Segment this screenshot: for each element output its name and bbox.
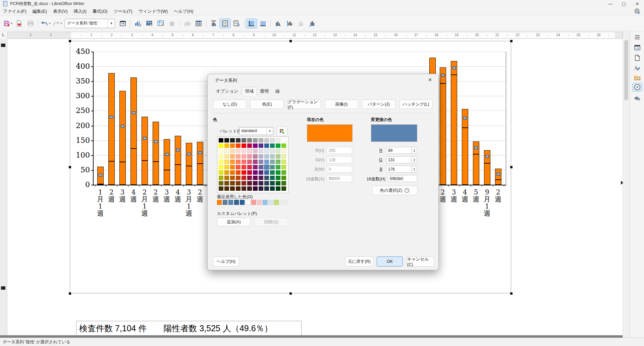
menu-item-window[interactable]: ウィンドウ(W) bbox=[136, 7, 171, 15]
sidebar-gallery-button[interactable] bbox=[632, 73, 642, 82]
new-hex-field[interactable]: 5983b0 bbox=[388, 175, 417, 182]
data-table-button[interactable] bbox=[144, 18, 155, 28]
palette-color-swatch[interactable] bbox=[281, 170, 286, 175]
palette-color-swatch[interactable] bbox=[241, 149, 246, 153]
update-available-globe-icon[interactable] bbox=[634, 8, 641, 14]
palette-color-swatch[interactable] bbox=[241, 160, 246, 164]
sidebar-page-button[interactable] bbox=[632, 53, 642, 62]
tab-領域[interactable]: 領域 bbox=[241, 87, 257, 96]
data-in-rows-button[interactable] bbox=[181, 18, 193, 28]
recent-color-swatch[interactable] bbox=[263, 200, 267, 205]
new-g-field[interactable]: 131 bbox=[386, 156, 412, 163]
export-pdf-button[interactable] bbox=[13, 18, 25, 28]
palette-color-swatch[interactable] bbox=[219, 149, 223, 153]
chevron-down-icon[interactable]: ▼ bbox=[266, 127, 273, 135]
palette-color-swatch[interactable] bbox=[276, 170, 280, 175]
palette-color-swatch[interactable] bbox=[270, 176, 275, 180]
palette-color-swatch[interactable] bbox=[276, 165, 280, 169]
recent-color-swatch[interactable] bbox=[234, 200, 239, 205]
palette-color-swatch[interactable] bbox=[259, 186, 263, 191]
recent-color-swatch[interactable] bbox=[251, 200, 256, 205]
palette-color-swatch[interactable] bbox=[259, 149, 263, 153]
palette-color-swatch[interactable] bbox=[281, 186, 286, 191]
palette-color-swatch[interactable] bbox=[281, 176, 286, 180]
palette-color-swatch[interactable] bbox=[224, 186, 229, 191]
palette-color-swatch[interactable] bbox=[236, 181, 240, 185]
legend-toggle-button[interactable] bbox=[219, 18, 231, 28]
palette-color-swatch[interactable] bbox=[230, 165, 235, 169]
palette-color-swatch[interactable] bbox=[259, 138, 263, 142]
palette-color-swatch[interactable] bbox=[281, 154, 286, 159]
palette-color-swatch[interactable] bbox=[247, 176, 252, 180]
new-b-spinner[interactable]: ▲▼ bbox=[412, 166, 417, 173]
close-button[interactable]: ✕ bbox=[631, 0, 644, 7]
new-r-spinner[interactable]: ▲▼ bbox=[412, 147, 417, 154]
menu-item-view[interactable]: 表示(V) bbox=[50, 7, 70, 15]
palette-color-swatch[interactable] bbox=[224, 176, 229, 180]
y-axis-button[interactable] bbox=[284, 18, 295, 28]
palette-color-swatch[interactable] bbox=[224, 181, 229, 185]
palette-color-swatch[interactable] bbox=[224, 165, 229, 169]
scrollbar-thumb[interactable] bbox=[624, 40, 628, 100]
help-button[interactable]: ヘルプ(H) bbox=[213, 256, 239, 267]
palette-color-swatch[interactable] bbox=[236, 143, 240, 148]
palette-color-swatch[interactable] bbox=[230, 160, 235, 164]
redo-dropdown-caret[interactable]: ▾ bbox=[60, 22, 62, 25]
palette-color-swatch[interactable] bbox=[276, 176, 280, 180]
scale-text-button[interactable] bbox=[295, 18, 307, 28]
sidebar-properties-button[interactable] bbox=[632, 43, 642, 52]
sidebar-collapse-arrow-icon[interactable] bbox=[621, 181, 623, 185]
palette-color-swatch[interactable] bbox=[259, 170, 263, 175]
recent-color-swatch[interactable] bbox=[274, 200, 279, 205]
palette-color-swatch[interactable] bbox=[264, 160, 269, 164]
add-color-from-document-button[interactable] bbox=[277, 126, 287, 136]
palette-color-swatch[interactable] bbox=[230, 143, 235, 148]
vertical-scrollbar[interactable] bbox=[623, 31, 630, 338]
palette-color-swatch[interactable] bbox=[253, 143, 258, 148]
palette-color-swatch[interactable] bbox=[236, 186, 240, 191]
horizontal-ruler[interactable]: 2112345678910111213141516171819202122232… bbox=[7, 32, 623, 39]
tab-stop-selector[interactable]: L bbox=[1, 32, 6, 38]
legend-settings-button[interactable] bbox=[231, 18, 242, 28]
vertical-ruler[interactable] bbox=[0, 39, 7, 335]
palette-color-swatch[interactable] bbox=[230, 181, 235, 185]
menu-item-edit[interactable]: 編集(E) bbox=[30, 7, 50, 15]
palette-color-swatch[interactable] bbox=[241, 186, 246, 191]
add-custom-color-button[interactable]: 追加(A) bbox=[217, 218, 251, 226]
fill-type-button-1[interactable]: なし(D) bbox=[213, 100, 247, 109]
palette-color-swatch[interactable] bbox=[236, 154, 240, 159]
recent-color-swatch[interactable] bbox=[223, 200, 227, 205]
palette-color-swatch[interactable] bbox=[276, 160, 280, 164]
palette-color-swatch[interactable] bbox=[276, 143, 280, 148]
palette-color-swatch[interactable] bbox=[281, 138, 286, 142]
titles-button[interactable] bbox=[208, 18, 219, 28]
palette-color-swatch[interactable] bbox=[230, 149, 235, 153]
palette-color-swatch[interactable] bbox=[219, 154, 223, 159]
palette-color-swatch[interactable] bbox=[230, 176, 235, 180]
palette-color-swatch[interactable] bbox=[253, 138, 258, 142]
palette-color-swatch[interactable] bbox=[236, 176, 240, 180]
palette-color-swatch[interactable] bbox=[224, 149, 229, 153]
palette-color-swatch[interactable] bbox=[270, 160, 275, 164]
reset-button[interactable]: 元に戻す(R) bbox=[345, 256, 373, 267]
palette-color-swatch[interactable] bbox=[253, 160, 258, 164]
recent-color-swatch[interactable] bbox=[268, 200, 273, 205]
palette-color-swatch[interactable] bbox=[281, 160, 286, 164]
palette-color-swatch[interactable] bbox=[259, 181, 263, 185]
maximize-button[interactable]: ▢ bbox=[617, 0, 631, 7]
palette-color-swatch[interactable] bbox=[270, 181, 275, 185]
palette-color-swatch[interactable] bbox=[276, 181, 280, 185]
palette-select[interactable]: standard ▼ bbox=[239, 127, 273, 135]
palette-color-swatch[interactable] bbox=[247, 138, 252, 142]
palette-color-swatch[interactable] bbox=[270, 138, 275, 142]
palette-color-swatch[interactable] bbox=[259, 176, 263, 180]
palette-color-swatch[interactable] bbox=[276, 186, 280, 191]
palette-color-swatch[interactable] bbox=[219, 170, 223, 175]
palette-color-swatch[interactable] bbox=[241, 181, 246, 185]
data-in-columns-button[interactable] bbox=[193, 18, 204, 28]
palette-color-swatch[interactable] bbox=[224, 143, 229, 148]
3d-view-button[interactable] bbox=[166, 18, 178, 28]
palette-color-swatch[interactable] bbox=[247, 143, 252, 148]
fill-type-button-4[interactable]: 画像(I) bbox=[325, 100, 358, 109]
new-g-spinner[interactable]: ▲▼ bbox=[412, 156, 417, 163]
